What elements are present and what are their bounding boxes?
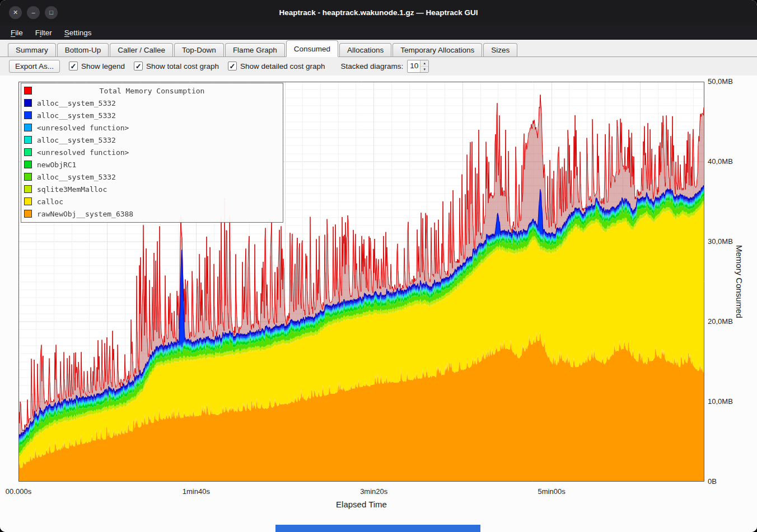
checkbox[interactable]: ✓ [69,62,78,70]
legend-item-calloc: calloc [21,195,283,208]
stacked-diagrams-label: Stacked diagrams: [341,62,404,70]
legend-swatch [24,173,32,181]
checkbox[interactable]: ✓ [134,62,143,70]
spin-up-icon[interactable]: ▲ [420,60,428,67]
tab-caller-callee[interactable]: Caller / Callee [110,43,173,57]
legend-item-unresolved-function: <unresolved function> [21,146,283,158]
legend-swatch [24,99,32,107]
legend-item-newobjrc1: newObjRC1 [21,158,283,171]
legend-item-unresolved-function: <unresolved function> [21,121,283,134]
stacked-diagrams-spinner[interactable]: 10 ▲ ▼ [407,60,429,73]
legend-swatch [24,161,32,168]
checkbox-item-show-detailed-cost-graph[interactable]: ✓ Show detailed cost graph [228,62,325,70]
tab-bottom-up[interactable]: Bottom-Up [57,43,109,57]
y-tick-0b: 0B [708,477,717,486]
y-tick-40-0mb: 40,0MB [708,157,733,166]
legend-item-sqlite3memmalloc: sqlite3MemMalloc [21,183,283,195]
menu-item-filter[interactable]: Filter [29,25,58,40]
x-tick-3min20s: 3min20s [360,487,387,496]
y-axis-label: Memory Consumed [731,82,747,482]
x-tick-00-000s: 00.000s [6,487,31,496]
maximize-icon[interactable]: □ [45,6,58,19]
y-tick-20-0mb: 20,0MB [708,317,733,326]
window-controls: ✕ – □ [9,0,58,25]
legend-swatch [24,136,32,144]
legend-swatch [24,124,32,131]
legend-swatch [24,210,32,218]
check-icon: ✓ [229,63,235,70]
legend-item-alloc-system-5332: alloc__system_5332 [21,171,283,183]
tab-summary[interactable]: Summary [8,43,56,57]
bottom-panel-strip [275,525,480,532]
close-icon[interactable]: ✕ [9,6,22,19]
toolbar: Export As... ✓ Show legend ✓ Show total … [0,57,757,76]
check-icon: ✓ [135,63,142,70]
checkbox-group: ✓ Show legend ✓ Show total cost graph ✓ … [69,62,325,70]
y-tick-30-0mb: 30,0MB [708,237,733,246]
legend-swatch [24,111,32,119]
tab-sizes[interactable]: Sizes [483,43,517,57]
titlebar: ✕ – □ Heaptrack - heaptrack.wakunode.1.g… [0,0,757,25]
legend-total-swatch [24,87,32,95]
legend-items: alloc__system_5332 alloc__system_5332 <u… [21,97,283,220]
tab-bar: SummaryBottom-UpCaller / CalleeTop-DownF… [0,40,757,57]
stacked-diagrams-control: Stacked diagrams: 10 ▲ ▼ [341,60,429,73]
checkbox-item-show-legend[interactable]: ✓ Show legend [69,62,125,70]
window-title: Heaptrack - heaptrack.wakunode.1.gz — He… [0,8,757,17]
checkbox[interactable]: ✓ [228,62,237,70]
tab-top-down[interactable]: Top-Down [174,43,224,57]
legend-title: Total Memory Consumption [100,87,205,95]
check-icon: ✓ [71,63,77,70]
y-tick-10-0mb: 10,0MB [708,397,733,406]
legend-swatch [24,197,32,205]
legend-item-rawnewobj-system-6388: rawNewObj__system_6388 [21,208,283,220]
checkbox-item-show-total-cost-graph[interactable]: ✓ Show total cost graph [134,62,219,70]
legend-item-alloc-system-5332: alloc__system_5332 [21,109,283,121]
menu-item-settings[interactable]: Settings [58,25,98,40]
minimize-icon[interactable]: – [27,6,40,19]
x-axis-label: Elapsed Time [18,500,704,509]
y-tick-50-0mb: 50,0MB [708,77,733,86]
legend-swatch [24,185,32,193]
legend-item-alloc-system-5332: alloc__system_5332 [21,97,283,109]
chart-legend: Total Memory Consumption alloc__system_5… [21,83,283,223]
spin-down-icon[interactable]: ▼ [420,67,428,72]
memory-consumed-chart: Total Memory Consumption alloc__system_5… [0,76,757,532]
legend-swatch [24,148,32,156]
legend-item-alloc-system-5332: alloc__system_5332 [21,134,283,146]
x-tick-1min40s: 1min40s [183,487,210,496]
tab-flame-graph[interactable]: Flame Graph [225,43,285,57]
menu-item-file[interactable]: File [4,25,29,40]
tab-temporary-allocations[interactable]: Temporary Allocations [392,43,482,57]
export-as-button[interactable]: Export As... [9,60,60,73]
heaptrack-window: ✕ – □ Heaptrack - heaptrack.wakunode.1.g… [0,0,757,532]
tab-allocations[interactable]: Allocations [339,43,391,57]
menubar: FileFilterSettings [0,25,757,40]
tab-consumed[interactable]: Consumed [286,40,338,57]
spinner-value[interactable]: 10 [408,60,420,72]
x-tick-5min00s: 5min00s [538,487,565,496]
